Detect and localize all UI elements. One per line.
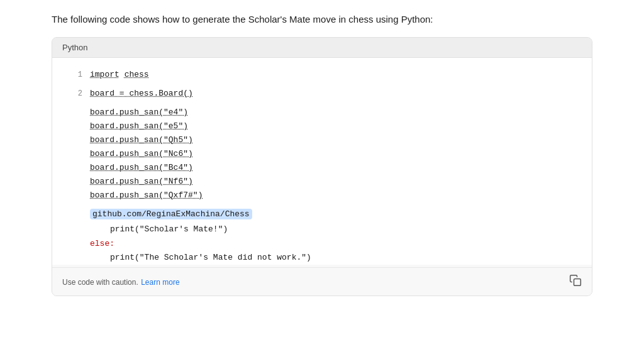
- main-container: The following code shows how to generate…: [52, 13, 592, 296]
- push-line-4: board.push_san("Nc6"): [62, 147, 582, 161]
- if-print-line: print("Scholar's Mate!"): [62, 223, 582, 236]
- push-line-5: board.push_san("Bc4"): [62, 161, 582, 175]
- module-chess: chess: [125, 70, 149, 79]
- code-line-1: 1 import chess: [62, 68, 582, 82]
- push-line-7: board.push_san("Qxf7#"): [62, 189, 582, 202]
- push-line-2: board.push_san("e5"): [62, 119, 582, 133]
- learn-more-link[interactable]: Learn more: [141, 278, 179, 287]
- else-print-line: print("The Scholar's Mate did not work."…: [62, 251, 582, 265]
- code-footer: Use code with caution. Learn more: [52, 267, 592, 296]
- code-block-wrapper: Python 1 import chess 2 board = chess.Bo…: [52, 37, 592, 296]
- board-assignment: board = chess.Board(): [90, 89, 193, 98]
- code-line-2: 2 board = chess.Board(): [62, 87, 582, 101]
- keyword-import: import: [90, 70, 119, 79]
- line-content-2: board = chess.Board(): [90, 87, 582, 101]
- line-number-1: 1: [62, 68, 82, 81]
- push-line-6: board.push_san("Nf6"): [62, 175, 582, 189]
- copy-button[interactable]: [569, 274, 582, 289]
- push-line-3: board.push_san("Qh5"): [62, 133, 582, 147]
- intro-text: The following code shows how to generate…: [52, 13, 592, 27]
- code-language-label: Python: [52, 38, 592, 58]
- footer-warning-text: Use code with caution.: [62, 278, 138, 287]
- code-body: 1 import chess 2 board = chess.Board() b…: [52, 58, 592, 265]
- footer-warning: Use code with caution. Learn more: [62, 276, 180, 287]
- svg-rect-0: [574, 279, 581, 285]
- else-keyword: else:: [62, 237, 582, 251]
- line-content-1: import chess: [90, 68, 582, 82]
- copy-icon: [569, 274, 582, 287]
- push-line-1: board.push_san("e4"): [62, 106, 582, 119]
- line-number-2: 2: [62, 87, 82, 100]
- github-link[interactable]: github.com/ReginaExMachina/Chess: [90, 209, 252, 219]
